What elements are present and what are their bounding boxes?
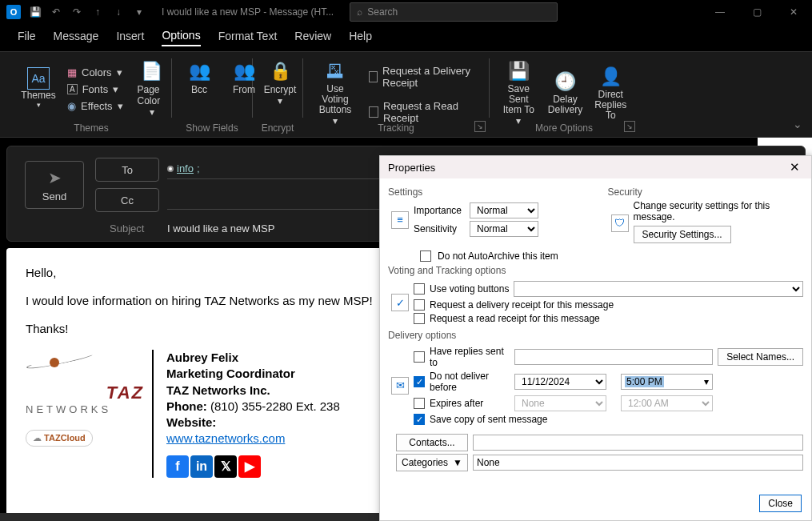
tab-file[interactable]: File bbox=[18, 30, 36, 46]
importance-label: Importance bbox=[414, 205, 465, 216]
deliver-time-select[interactable]: 5:00 PM▾ bbox=[621, 374, 713, 390]
voting-section-icon: ✓ bbox=[391, 294, 409, 311]
ribbon-group-encrypt: 🔒 Encrypt ▾ Encrypt bbox=[253, 52, 302, 137]
save-icon[interactable]: 💾 bbox=[29, 6, 42, 18]
social-icons: f in 𝕏 ▶ bbox=[166, 455, 340, 478]
save-copy-checkbox[interactable]: ✓ bbox=[414, 414, 425, 425]
contacts-input[interactable] bbox=[473, 435, 803, 451]
properties-dialog: Properties ✕ Settings ≡ Importance Norma… bbox=[379, 155, 812, 521]
delivery-receipt-dlg-checkbox[interactable] bbox=[414, 299, 425, 311]
have-replies-input[interactable] bbox=[514, 349, 713, 365]
search-placeholder: Search bbox=[367, 6, 398, 18]
fonts-icon: A bbox=[67, 84, 78, 94]
down-icon[interactable]: ↓ bbox=[112, 6, 125, 18]
taz-networks-logo: TAZ NETWORKS bbox=[26, 351, 144, 415]
x-twitter-icon[interactable]: 𝕏 bbox=[214, 455, 237, 478]
deliver-date-select[interactable]: 11/12/2024 bbox=[514, 374, 606, 390]
youtube-icon[interactable]: ▶ bbox=[238, 455, 261, 478]
voting-options-select[interactable] bbox=[514, 281, 803, 297]
security-icon: 🛡 bbox=[611, 214, 629, 232]
ribbon-collapse-button[interactable]: ⌄ bbox=[793, 118, 802, 130]
categories-button[interactable]: Categories▼ bbox=[396, 454, 468, 471]
page-color-button[interactable]: 📄 Page Color ▾ bbox=[133, 55, 171, 121]
tab-options[interactable]: Options bbox=[162, 29, 200, 46]
importance-select[interactable]: Normal bbox=[470, 202, 538, 218]
bcc-icon: 👥 bbox=[186, 58, 212, 84]
linkedin-icon[interactable]: in bbox=[190, 455, 213, 478]
to-button[interactable]: To bbox=[95, 158, 159, 182]
send-icon: ➤ bbox=[48, 168, 62, 187]
minimize-button[interactable]: — bbox=[702, 0, 738, 24]
save-sent-button[interactable]: 💾 Save Sent Item To ▾ bbox=[498, 55, 540, 130]
security-settings-button[interactable]: Security Settings... bbox=[634, 226, 731, 243]
up-icon[interactable]: ↑ bbox=[91, 6, 104, 18]
group-label-more-options: More Options bbox=[490, 122, 638, 134]
send-button[interactable]: ➤ Send bbox=[25, 161, 84, 209]
cc-button[interactable]: Cc bbox=[95, 188, 159, 212]
autoarchive-checkbox[interactable] bbox=[420, 250, 431, 262]
to-recipient-pill[interactable]: info; bbox=[167, 162, 200, 174]
save-copy-label: Save copy of sent message bbox=[430, 414, 547, 425]
sig-phone: (810) 355-2280 Ext. 238 bbox=[207, 399, 340, 413]
sensitivity-select[interactable]: Normal bbox=[470, 221, 538, 237]
dialog-close-button[interactable]: Close bbox=[759, 495, 802, 512]
to-recipient-value: info bbox=[177, 162, 194, 174]
tab-message[interactable]: Message bbox=[54, 30, 99, 46]
group-label-show-fields: Show Fields bbox=[172, 122, 252, 134]
security-description: Change security settings for this messag… bbox=[634, 200, 804, 222]
read-receipt-dlg-checkbox[interactable] bbox=[414, 313, 425, 324]
sig-website-link[interactable]: www.taznetworks.com bbox=[166, 431, 285, 445]
search-box[interactable]: ⌕ Search bbox=[350, 2, 558, 22]
ribbon-tabs: File Message Insert Options Format Text … bbox=[0, 24, 812, 51]
subject-field[interactable]: I would like a new MSP bbox=[167, 222, 274, 234]
expires-time-select: 12:00 AM bbox=[621, 395, 713, 411]
window-title: I would like a new MSP - Message (HT... bbox=[162, 6, 334, 18]
select-names-button[interactable]: Select Names... bbox=[718, 348, 803, 366]
colors-button[interactable]: ▦Colors ▾ bbox=[64, 65, 126, 80]
colors-icon: ▦ bbox=[67, 66, 77, 78]
expires-label: Expires after bbox=[430, 398, 510, 409]
encrypt-button[interactable]: 🔒 Encrypt ▾ bbox=[261, 55, 299, 110]
group-label-themes: Themes bbox=[11, 122, 171, 134]
direct-replies-icon: 👤 bbox=[598, 64, 623, 90]
bcc-button[interactable]: 👥 Bcc bbox=[180, 55, 218, 98]
tab-insert[interactable]: Insert bbox=[116, 30, 144, 46]
ribbon-group-themes: Aa Themes▾ ▦Colors ▾ AFonts ▾ ◉Effects ▾… bbox=[11, 52, 171, 137]
signature-logos: TAZ NETWORKS ☁ TAZCloud bbox=[26, 350, 154, 478]
facebook-icon[interactable]: f bbox=[166, 455, 189, 478]
categories-input[interactable] bbox=[473, 455, 803, 471]
maximize-button[interactable]: ▢ bbox=[738, 0, 775, 24]
direct-replies-button[interactable]: 👤 Direct Replies To bbox=[591, 61, 630, 125]
themes-button[interactable]: Aa Themes▾ bbox=[19, 64, 58, 112]
delivery-receipt-checkbox[interactable]: Request a Delivery Receipt bbox=[366, 63, 481, 90]
have-replies-checkbox[interactable] bbox=[414, 351, 425, 363]
sig-website-label: Website: bbox=[166, 415, 216, 429]
subject-label: Subject bbox=[110, 222, 144, 234]
undo-icon[interactable]: ↶ bbox=[50, 6, 62, 18]
delay-delivery-button[interactable]: 🕘 Delay Delivery bbox=[546, 66, 585, 118]
fonts-button[interactable]: AFonts ▾ bbox=[64, 82, 126, 97]
have-replies-label: Have replies sent to bbox=[430, 346, 510, 368]
presence-icon bbox=[167, 166, 174, 172]
tab-format-text[interactable]: Format Text bbox=[218, 30, 278, 46]
voting-button[interactable]: 🗳 Use Voting Buttons ▾ bbox=[311, 55, 359, 130]
expires-checkbox[interactable] bbox=[414, 398, 425, 409]
sig-phone-label: Phone: bbox=[166, 399, 207, 413]
title-bar: O 💾 ↶ ↷ ↑ ↓ ▾ I would like a new MSP - M… bbox=[0, 0, 812, 24]
ribbon-group-tracking: 🗳 Use Voting Buttons ▾ Request a Deliver… bbox=[303, 52, 489, 137]
dialog-close-icon[interactable]: ✕ bbox=[786, 160, 803, 174]
qat-more-icon[interactable]: ▾ bbox=[133, 6, 146, 18]
close-window-button[interactable]: ✕ bbox=[775, 0, 812, 24]
ribbon-group-show-fields: 👥 Bcc 👥 From Show Fields bbox=[172, 52, 252, 137]
do-not-deliver-checkbox[interactable]: ✓ bbox=[414, 376, 425, 387]
effects-button[interactable]: ◉Effects ▾ bbox=[64, 98, 126, 114]
sensitivity-label: Sensitivity bbox=[414, 223, 465, 234]
redo-icon[interactable]: ↷ bbox=[70, 6, 83, 18]
tab-help[interactable]: Help bbox=[349, 30, 372, 46]
tracking-dialog-launcher[interactable]: ↘ bbox=[474, 121, 486, 132]
signature-text: Aubrey Felix Marketing Coordinator TAZ N… bbox=[166, 350, 340, 478]
use-voting-checkbox[interactable] bbox=[414, 283, 425, 295]
more-options-dialog-launcher[interactable]: ↘ bbox=[624, 121, 635, 132]
contacts-button[interactable]: Contacts... bbox=[396, 434, 468, 451]
tab-review[interactable]: Review bbox=[294, 30, 331, 46]
